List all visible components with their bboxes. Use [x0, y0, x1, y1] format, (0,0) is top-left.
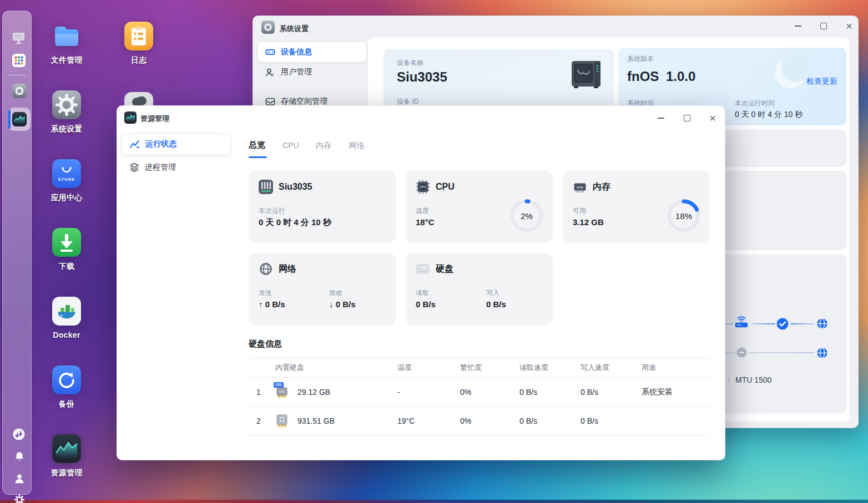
- desktop-icon-label: 资源管理: [51, 468, 82, 478]
- taskbar-divider: [8, 75, 26, 75]
- resource-sidebar-item-processes[interactable]: 进程管理: [122, 157, 230, 178]
- notifications-bell-icon[interactable]: [14, 451, 25, 462]
- col-disk: 内置硬盘: [275, 363, 397, 373]
- tab-memory[interactable]: 内存: [316, 141, 331, 151]
- card-device: Siu3035 本次运行 0 天 0 时 4 分 10 秒: [249, 171, 396, 243]
- mtu-text: MTU 1500: [735, 375, 771, 384]
- diagram-line: [749, 352, 815, 353]
- disk-write-label: 写入: [486, 288, 499, 298]
- router-icon: [734, 314, 749, 329]
- disk-read-label: 读取: [416, 288, 429, 298]
- desktop-screen: 文件管理 日志 系统设置: [0, 0, 868, 503]
- col-read: 读取速度: [519, 363, 581, 373]
- server-icon: [259, 180, 273, 194]
- col-write: 写入速度: [581, 363, 642, 373]
- resource-window-icon: [124, 111, 137, 124]
- device-info-icon: [265, 47, 275, 57]
- card-network: 网络 发送 ↑ 0 B/s 接收 ↓ 0 B/s: [249, 253, 396, 325]
- disk-temp: -: [397, 388, 460, 397]
- desktop-icon-download[interactable]: 下载: [40, 228, 93, 272]
- app-grid-icon[interactable]: [12, 54, 26, 67]
- logs-icon: [124, 22, 153, 50]
- check-update-link[interactable]: 检查更新: [806, 77, 837, 87]
- user-icon[interactable]: [14, 473, 25, 484]
- taskbar: [2, 11, 32, 495]
- wallpaper-bottom-strip: [0, 500, 868, 503]
- settings-maximize-button[interactable]: [815, 19, 832, 33]
- device-name-label: 设备名称: [397, 58, 423, 68]
- disk-write: 0 B/s: [581, 388, 642, 397]
- disk-temp: 19°C: [397, 416, 460, 425]
- desktop-icon-app-center[interactable]: STORE 应用中心: [40, 159, 93, 203]
- system-settings-icon: [52, 90, 81, 119]
- disk-table-header: 内置硬盘 温度 繁忙度 读取速度 写入速度 用途: [249, 358, 710, 378]
- uptime-label: 本次运行: [259, 206, 285, 216]
- row-index: 2: [249, 416, 275, 425]
- settings-window-icon: [261, 21, 275, 34]
- taskbar-resource-monitor-icon[interactable]: [12, 112, 27, 126]
- settings-minimize-button[interactable]: [789, 19, 807, 33]
- desktop-icon-file-manager[interactable]: 文件管理: [40, 22, 93, 65]
- card-disk: 硬盘 读取 0 B/s 写入 0 B/s: [406, 253, 553, 325]
- memory-available-value: 3.12 GB: [573, 217, 604, 227]
- resource-maximize-button[interactable]: [678, 111, 696, 125]
- resource-sidebar-label: 运行状态: [145, 139, 176, 149]
- card-cpu-title: CPU: [436, 182, 455, 192]
- settings-sidebar-item-device-info[interactable]: 设备信息: [258, 42, 366, 62]
- resource-minimize-button[interactable]: [652, 111, 670, 125]
- taskbar-system-settings-icon[interactable]: [12, 84, 27, 98]
- desktop-icon-logs[interactable]: 日志: [112, 22, 165, 65]
- tab-network[interactable]: 网络: [349, 141, 365, 151]
- resource-window-title: 资源管理: [140, 114, 169, 124]
- net-recv-value: ↓ 0 B/s: [329, 299, 356, 309]
- docker-icon: [52, 297, 81, 326]
- desktop-icon-system-settings[interactable]: 系统设置: [40, 90, 93, 134]
- resource-sidebar-label: 进程管理: [145, 162, 176, 172]
- svg-text:SSD: SSD: [279, 390, 285, 393]
- disk-busy: 0%: [460, 416, 519, 425]
- disk-table-heading: 硬盘信息: [249, 339, 282, 349]
- show-desktop-icon[interactable]: [12, 31, 26, 45]
- resource-sidebar-item-status[interactable]: 运行状态: [122, 134, 230, 155]
- resource-close-button[interactable]: [704, 111, 721, 125]
- desktop-icon-docker[interactable]: Docker: [40, 297, 93, 339]
- settings-sidebar-label: 设备信息: [281, 47, 312, 57]
- os-name: fnOS: [627, 69, 659, 84]
- taskbar-settings-gear-icon[interactable]: [14, 494, 25, 503]
- col-busy: 繁忙度: [460, 363, 519, 373]
- tab-overview[interactable]: 总览: [249, 140, 265, 150]
- desktop-icon-backup[interactable]: 备份: [40, 365, 93, 409]
- taskbar-active-indicator: [8, 110, 11, 129]
- globe-dark-icon: [259, 262, 273, 276]
- desktop-icon-label: 日志: [131, 55, 147, 65]
- transfer-icon[interactable]: [13, 428, 25, 440]
- cpu-usage-percent: 2%: [509, 199, 544, 233]
- os-version: 1.0.0: [666, 69, 695, 84]
- card-network-title: 网络: [279, 263, 296, 275]
- card-device-title: Siu3035: [279, 182, 312, 192]
- net-recv-label: 接收: [329, 288, 342, 298]
- minus-node-icon: [736, 347, 747, 358]
- card-memory-title: 内存: [593, 181, 610, 193]
- settings-sidebar-item-user-management[interactable]: 用户管理: [258, 62, 366, 82]
- disk-table-row: 2 931.51 GB 19°C 0: [249, 407, 710, 435]
- memory-usage-percent: 18%: [667, 199, 701, 233]
- cpu-temp-label: 温度: [416, 206, 429, 216]
- diagram-line: [790, 323, 815, 324]
- cpu-temp-value: 18°C: [416, 217, 435, 227]
- disk-write: 0 B/s: [581, 416, 642, 425]
- svg-text:STORE: STORE: [58, 177, 75, 182]
- desktop-icon-resource-monitor[interactable]: 资源管理: [40, 434, 93, 478]
- disk-read: 0 B/s: [519, 388, 581, 397]
- settings-window-title: 系统设置: [280, 24, 309, 34]
- settings-close-button[interactable]: [840, 19, 858, 33]
- ram-icon: RAM: [573, 180, 587, 194]
- desktop-icon-label: 应用中心: [51, 193, 82, 203]
- download-icon: [52, 228, 81, 257]
- disk-size: 29.12 GB: [297, 388, 330, 397]
- settings-sidebar-label: 用户管理: [281, 67, 312, 77]
- tab-cpu[interactable]: CPU: [282, 141, 299, 150]
- desktop-icon-label: Docker: [53, 331, 80, 339]
- uptime-value: 0 天 0 时 4 分 10 秒: [259, 217, 331, 228]
- backup-icon: [52, 365, 81, 394]
